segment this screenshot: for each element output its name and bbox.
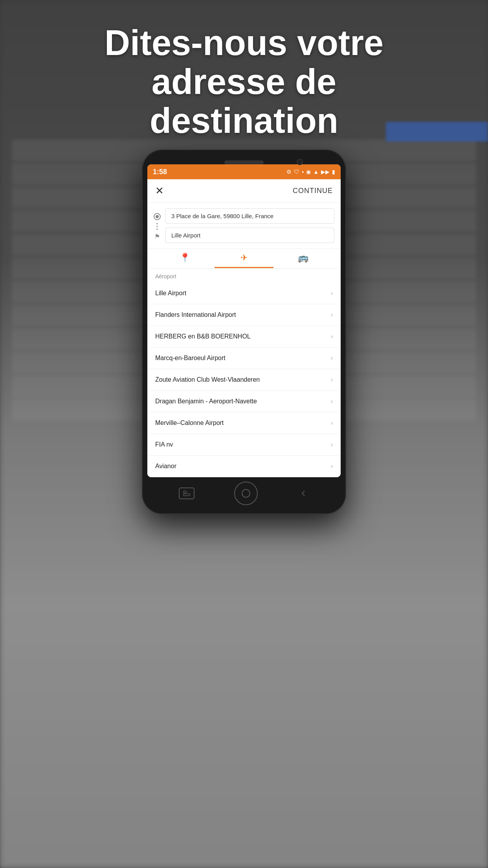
location-icon: ◉ xyxy=(306,169,311,175)
wifi-icon: ▲ xyxy=(313,169,319,175)
airplane-tab-icon: ✈ xyxy=(240,253,248,263)
tab-transit[interactable]: 🚌 xyxy=(273,253,333,268)
airport-name-8: Avianor xyxy=(155,463,176,470)
address-icons: ⚑ xyxy=(154,208,161,240)
airport-name-3: Marcq-en-Baroeul Airport xyxy=(155,355,226,362)
phone-screen: 1:58 ⚙ 🛡 ▪ ◉ ▲ ▶▶ ▮ ✕ CONTINUE xyxy=(147,164,341,477)
status-time: 1:58 xyxy=(153,168,167,176)
app-header: ✕ CONTINUE xyxy=(147,179,341,203)
location-tab-icon: 📍 xyxy=(180,253,190,263)
signal-icon: ▶▶ xyxy=(321,169,330,175)
status-bar: 1:58 ⚙ 🛡 ▪ ◉ ▲ ▶▶ ▮ xyxy=(147,164,341,179)
airport-item-6[interactable]: Merville–Calonne Airport › xyxy=(147,412,341,434)
airport-name-0: Lille Airport xyxy=(155,290,186,297)
origin-dot-icon xyxy=(154,213,161,220)
chevron-icon-0: › xyxy=(331,290,333,297)
chevron-icon-1: › xyxy=(331,311,333,318)
airport-name-4: Zoute Aviation Club West-Vlaanderen xyxy=(155,376,260,383)
destination-input[interactable] xyxy=(165,228,334,243)
recent-apps-button[interactable] xyxy=(179,487,194,499)
airport-list: Lille Airport › Flanders International A… xyxy=(147,283,341,477)
airport-name-2: HERBERG en B&B BOERENHOL xyxy=(155,333,251,340)
address-section: ⚑ xyxy=(147,203,341,249)
connector-dots xyxy=(156,223,158,230)
shield-icon: 🛡 xyxy=(294,169,299,175)
airport-item-5[interactable]: Dragan Benjamin - Aeroport-Navette › xyxy=(147,391,341,412)
phone-camera xyxy=(297,159,303,165)
phone-nav-bar xyxy=(147,480,341,507)
airport-item-3[interactable]: Marcq-en-Baroeul Airport › xyxy=(147,348,341,369)
chevron-icon-4: › xyxy=(331,376,333,383)
chevron-icon-7: › xyxy=(331,441,333,448)
tab-airplane[interactable]: ✈ xyxy=(215,253,274,268)
destination-flag-icon: ⚑ xyxy=(154,233,160,240)
svg-rect-0 xyxy=(183,491,186,493)
settings-icon: ⚙ xyxy=(286,169,292,175)
airport-name-7: FIA nv xyxy=(155,441,173,448)
origin-input[interactable] xyxy=(165,208,334,224)
origin-dot-inner xyxy=(156,215,159,218)
section-label: Aéroport xyxy=(147,268,341,283)
tab-location[interactable]: 📍 xyxy=(155,253,215,268)
phone-speaker xyxy=(224,160,264,164)
airport-name-6: Merville–Calonne Airport xyxy=(155,419,224,427)
svg-rect-1 xyxy=(183,494,190,496)
airport-name-1: Flanders International Airport xyxy=(155,311,236,318)
page-heading: Dites-nous votre adresse de destination xyxy=(0,24,488,140)
airport-item-4[interactable]: Zoute Aviation Club West-Vlaanderen › xyxy=(147,369,341,391)
chevron-icon-2: › xyxy=(331,333,333,340)
battery-icon: ▮ xyxy=(332,169,335,175)
address-fields xyxy=(165,208,334,243)
heading-text: Dites-nous votre adresse de destination xyxy=(31,24,457,140)
continue-button[interactable]: CONTINUE xyxy=(293,187,333,195)
tab-bar: 📍 ✈ 🚌 xyxy=(147,249,341,268)
airport-item-7[interactable]: FIA nv › xyxy=(147,434,341,456)
home-button[interactable] xyxy=(234,482,258,505)
chevron-icon-5: › xyxy=(331,398,333,405)
transit-tab-icon: 🚌 xyxy=(298,253,308,263)
airport-name-5: Dragan Benjamin - Aeroport-Navette xyxy=(155,398,257,405)
phone-device: 1:58 ⚙ 🛡 ▪ ◉ ▲ ▶▶ ▮ ✕ CONTINUE xyxy=(142,149,346,514)
back-button[interactable] xyxy=(297,487,309,499)
phone-body: 1:58 ⚙ 🛡 ▪ ◉ ▲ ▶▶ ▮ ✕ CONTINUE xyxy=(142,149,346,514)
close-button[interactable]: ✕ xyxy=(155,185,164,197)
chevron-icon-8: › xyxy=(331,463,333,470)
airport-item-1[interactable]: Flanders International Airport › xyxy=(147,304,341,326)
airport-item-0[interactable]: Lille Airport › xyxy=(147,283,341,304)
status-icons: ⚙ 🛡 ▪ ◉ ▲ ▶▶ ▮ xyxy=(286,169,335,175)
svg-point-2 xyxy=(242,489,250,497)
battery-small-icon: ▪ xyxy=(302,169,304,175)
chevron-icon-6: › xyxy=(331,419,333,427)
airport-item-8[interactable]: Avianor › xyxy=(147,456,341,477)
chevron-icon-3: › xyxy=(331,355,333,362)
airport-item-2[interactable]: HERBERG en B&B BOERENHOL › xyxy=(147,326,341,348)
